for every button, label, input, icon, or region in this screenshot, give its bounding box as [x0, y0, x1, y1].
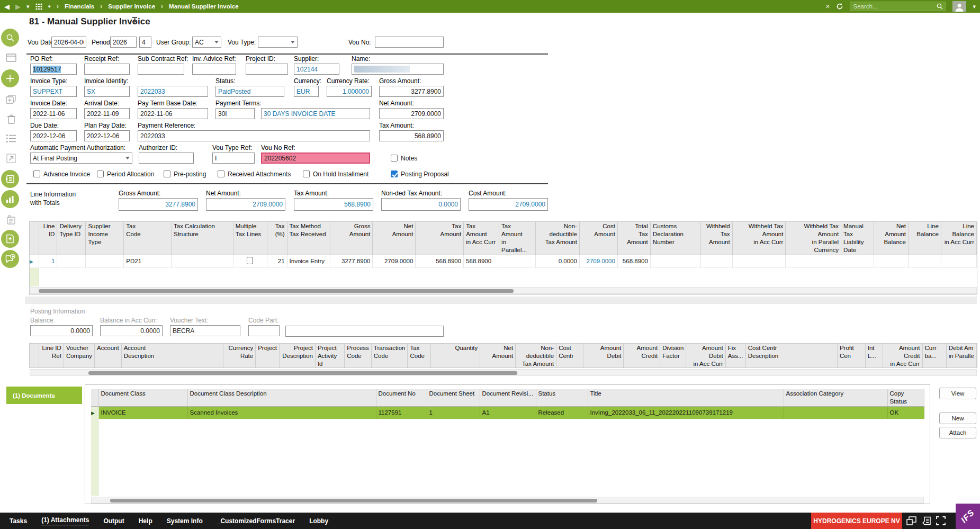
column-header[interactable]: Withheld Tax Amount in Acc Curr [732, 222, 786, 255]
company-badge[interactable]: HYDROGENICS EUROPE NV [811, 513, 902, 529]
attach-button[interactable]: Attach [939, 427, 976, 438]
column-header[interactable]: Delivery Type ID [57, 222, 86, 255]
column-header[interactable]: Line Balance [908, 222, 941, 255]
invoice-date-input[interactable]: 2022-11-06 [30, 108, 77, 119]
payment-reference-input[interactable]: 2022033 [138, 130, 370, 141]
column-header[interactable]: Document No [376, 389, 427, 406]
balance-acc-curr-input[interactable]: 0.0000 [100, 325, 163, 336]
attach-document-button[interactable] [1, 230, 19, 248]
received-attachments-checkbox[interactable] [218, 171, 224, 177]
column-header[interactable]: Int L... [865, 344, 883, 367]
attachments-menu-item[interactable]: (1) Attachments [41, 516, 89, 525]
column-header[interactable]: Association Category [784, 389, 887, 406]
arrival-date-input[interactable]: 2022-11-09 [84, 108, 130, 119]
breadcrumb-manual-supplier-invoice[interactable]: Manual Supplier Invoice [169, 3, 239, 10]
column-header[interactable]: Process Code [345, 344, 372, 367]
scrollbar-thumb[interactable] [110, 499, 597, 503]
voucher-text-input[interactable]: BECRA [170, 325, 240, 336]
column-header[interactable]: Debit Am in Paralle [946, 344, 976, 367]
column-header[interactable]: Total Tax Amount [617, 222, 650, 255]
advance-invoice-checkbox[interactable] [33, 171, 40, 177]
new-button[interactable]: New [939, 413, 976, 424]
column-header[interactable]: Net Amount [373, 222, 416, 255]
pin-icon[interactable] [131, 16, 138, 25]
column-header[interactable]: Line ID [39, 222, 57, 255]
delete-button[interactable] [5, 112, 17, 125]
on-hold-installment-checkbox[interactable] [303, 171, 310, 177]
net-amount-input[interactable]: 2709.0000 [379, 108, 444, 119]
column-header[interactable]: Project Description [279, 344, 315, 367]
scrollbar-thumb[interactable] [88, 371, 517, 375]
column-header[interactable]: Non-deductible Tax Amount [536, 222, 580, 255]
column-header[interactable]: Quantity [430, 344, 480, 367]
vou-no-input[interactable] [375, 37, 444, 48]
list-view-button[interactable] [5, 132, 17, 145]
tax-amount-input[interactable]: 568.8900 [379, 130, 444, 141]
notes-checkbox[interactable] [391, 155, 398, 162]
column-header[interactable]: Tax Method Tax Received [287, 222, 330, 255]
breadcrumb-supplier-invoice[interactable]: Supplier Invoice [108, 3, 155, 10]
user-avatar[interactable] [952, 1, 966, 12]
column-header[interactable]: Curr ba... [922, 344, 946, 367]
add-comment-button[interactable] [1, 250, 19, 268]
script-output-icon[interactable] [922, 516, 931, 525]
column-header[interactable]: Amount Credit in Acc Curr [883, 344, 922, 367]
documents-tab[interactable]: (1) Documents [6, 387, 82, 404]
form-window-button[interactable] [5, 52, 17, 65]
column-header[interactable]: Document Class Description [187, 389, 376, 406]
automatic-payment-authorization-select[interactable]: At Final Posting [30, 153, 132, 164]
column-header[interactable]: Account [95, 344, 122, 367]
refresh-icon[interactable] [836, 3, 843, 10]
column-header[interactable]: Cost Amount [579, 222, 617, 255]
period-year-input[interactable]: 2026 [110, 37, 137, 48]
column-header[interactable] [30, 222, 39, 255]
column-header[interactable]: Tax (%) [267, 222, 287, 255]
column-header[interactable]: Status [536, 389, 588, 406]
back-icon[interactable]: ◀ [4, 3, 10, 10]
code-part-value-input[interactable] [285, 326, 444, 337]
column-header[interactable]: Voucher Company [64, 344, 94, 367]
project-id-input[interactable] [246, 64, 288, 75]
column-header[interactable]: Tax Amount in Acc Curr [464, 222, 499, 255]
column-header[interactable]: Title [588, 389, 784, 406]
customized-forms-tracer-menu-item[interactable]: _CustomizedFormsTracer [217, 517, 295, 525]
scrollbar-thumb[interactable] [39, 289, 514, 293]
total-cost-amount-input[interactable]: 2709.0000 [469, 198, 548, 211]
help-menu-item[interactable]: Help [139, 517, 152, 525]
column-header[interactable]: Copy Status [887, 389, 924, 406]
history-dropdown-icon[interactable]: ▾ [26, 4, 30, 10]
column-header[interactable]: Currency Rate [223, 344, 256, 367]
user-group-select[interactable]: AC [192, 37, 221, 48]
period-allocation-checkbox[interactable] [97, 171, 104, 177]
fullscreen-icon[interactable] [936, 516, 946, 525]
column-header[interactable]: Customs Declaration Number [650, 222, 700, 255]
column-header[interactable]: Cost Centr Description [745, 344, 837, 367]
column-header[interactable]: Account Description [121, 344, 223, 367]
payment-terms-desc-input[interactable]: 30 DAYS INVOICE DATE [261, 108, 370, 119]
column-header[interactable]: Fix Ass... [725, 344, 745, 367]
code-part-input[interactable] [248, 325, 280, 336]
column-header[interactable]: Document Sheet [427, 389, 480, 406]
postings-horizontal-scrollbar[interactable] [30, 369, 977, 376]
pre-posting-checkbox[interactable] [164, 171, 170, 177]
vou-no-ref-input[interactable]: 202205602 [261, 153, 370, 164]
column-header[interactable]: Tax Amount in Parallel... [499, 222, 536, 255]
search-input[interactable]: Search... [850, 2, 946, 11]
column-header[interactable]: Cost Centr [556, 344, 583, 367]
invoice-identity-input[interactable]: SX [84, 86, 130, 97]
authorizer-id-input[interactable] [139, 153, 194, 164]
vou-type-select[interactable] [258, 37, 298, 48]
column-header[interactable]: Non-deductible Tax Amount [516, 344, 556, 367]
column-header[interactable]: Net Amount Balance [874, 222, 909, 255]
documents-horizontal-scrollbar[interactable] [91, 497, 924, 504]
column-header[interactable]: Amount Credit [624, 344, 660, 367]
new-record-button[interactable] [1, 69, 19, 87]
system-info-menu-item[interactable]: System Info [167, 517, 203, 525]
invoice-identity-2-input[interactable]: 2022033 [138, 86, 208, 97]
column-header[interactable]: Transaction Code [371, 344, 408, 367]
column-header[interactable]: Tax Code [408, 344, 431, 367]
gross-amount-input[interactable]: 3277.8900 [379, 86, 444, 97]
user-menu-chevron-icon[interactable]: ▾ [973, 4, 976, 10]
supplier-name-input[interactable] [352, 64, 444, 75]
table-row[interactable]: ▶INVOICEScanned Invoices11275911A1Releas… [91, 406, 924, 419]
